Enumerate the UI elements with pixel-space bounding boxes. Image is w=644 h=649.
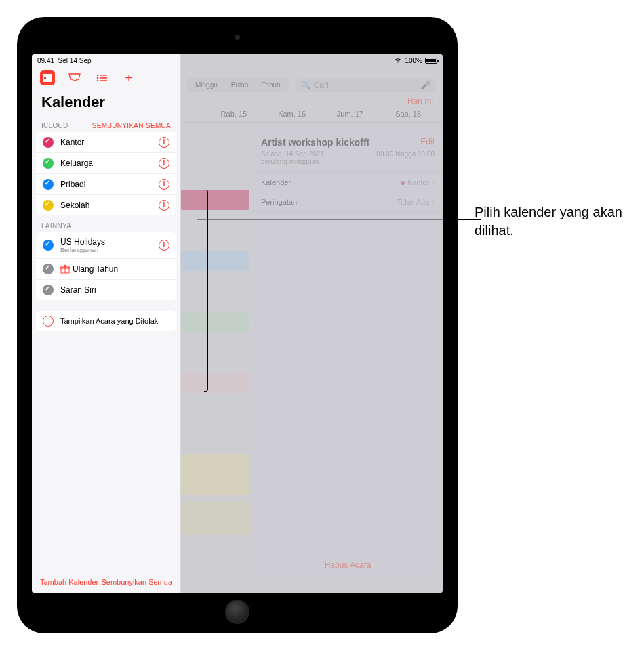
status-time-date: 09.41 Sel 14 Sep: [37, 57, 92, 64]
declined-label: Tampilkan Acara yang Ditolak: [60, 317, 169, 325]
info-icon[interactable]: i: [159, 137, 169, 148]
checkbox-icon[interactable]: [43, 179, 54, 190]
svg-rect-1: [43, 74, 52, 76]
info-icon[interactable]: i: [159, 200, 169, 211]
calendar-label: Kantor: [60, 138, 159, 147]
callout-text: Pilih kalender yang akan dilihat.: [475, 203, 630, 240]
checkbox-icon[interactable]: [43, 200, 54, 211]
battery-icon: [425, 58, 437, 64]
svg-rect-4: [100, 75, 107, 76]
checkbox-empty-icon[interactable]: [43, 316, 54, 327]
camera-dot: [235, 35, 240, 40]
info-icon[interactable]: i: [159, 158, 169, 169]
list-icon[interactable]: [94, 70, 109, 85]
checkbox-icon[interactable]: [43, 264, 54, 274]
hide-all-button[interactable]: Sembunyikan Semua: [101, 578, 172, 586]
hide-all-icloud-button[interactable]: SEMBUNYIKAN SEMUA: [92, 122, 171, 129]
inbox-icon[interactable]: [67, 70, 82, 85]
calendar-label: Keluarga: [60, 159, 159, 168]
calendar-item-sekolah[interactable]: Sekolah i: [36, 195, 176, 215]
svg-point-7: [97, 80, 99, 82]
svg-point-5: [97, 77, 99, 79]
add-calendar-button[interactable]: Tambah Kalender: [40, 578, 98, 586]
calendar-label: Saran Siri: [60, 285, 169, 295]
svg-point-3: [97, 75, 99, 77]
icloud-calendar-list: Kantor i Keluarga i Pribadi i Sekolah i: [36, 132, 176, 215]
svg-rect-2: [44, 77, 46, 79]
calendars-sidebar: + Kalender ICLOUD SEMBUNYIKAN SEMUA Kant…: [32, 54, 181, 593]
calendar-label: Sekolah: [60, 201, 159, 210]
battery-percent: 100%: [405, 57, 422, 64]
status-bar: 09.41 Sel 14 Sep 100%: [32, 54, 443, 66]
show-declined-row[interactable]: Tampilkan Acara yang Ditolak: [36, 311, 176, 331]
sidebar-title: Kalender: [32, 89, 180, 117]
other-section-header: LAINNYA: [41, 222, 71, 230]
checkbox-icon[interactable]: [43, 158, 54, 169]
calendar-item-keluarga[interactable]: Keluarga i: [36, 153, 176, 174]
icloud-section-header: ICLOUD: [41, 122, 68, 129]
calendar-item-kantor[interactable]: Kantor i: [36, 132, 176, 153]
status-date: Sel 14 Sep: [58, 57, 92, 64]
calendar-item-holidays[interactable]: US Holidays Berlangganan i: [36, 232, 176, 259]
wifi-icon: [394, 57, 402, 64]
gift-icon: [60, 264, 70, 274]
svg-rect-8: [100, 80, 107, 81]
info-icon[interactable]: i: [159, 179, 169, 190]
checkbox-icon[interactable]: [43, 240, 54, 251]
home-button[interactable]: [225, 600, 249, 624]
info-icon[interactable]: i: [159, 240, 169, 251]
ipad-frame: 09.41 Sel 14 Sep 100% Minggu Bulan: [17, 17, 458, 633]
calendar-label: US Holidays: [60, 237, 159, 247]
checkbox-icon[interactable]: [43, 285, 54, 295]
calendar-view-icon[interactable]: [40, 70, 55, 85]
status-time: 09.41: [37, 57, 54, 64]
calendar-item-birthday[interactable]: Ulang Tahun: [36, 259, 176, 280]
svg-rect-6: [100, 77, 107, 79]
screen: 09.41 Sel 14 Sep 100% Minggu Bulan: [32, 54, 443, 593]
calendar-label: Pribadi: [60, 180, 159, 189]
calendar-item-siri[interactable]: Saran Siri: [36, 280, 176, 300]
calendar-sublabel: Berlangganan: [60, 247, 159, 253]
checkbox-icon[interactable]: [43, 137, 54, 148]
calendar-label: Ulang Tahun: [73, 264, 169, 274]
annotation-bracket: [199, 190, 208, 392]
add-icon[interactable]: +: [121, 70, 136, 85]
calendar-item-pribadi[interactable]: Pribadi i: [36, 174, 176, 195]
declined-events-list: Tampilkan Acara yang Ditolak: [36, 311, 176, 331]
other-calendar-list: US Holidays Berlangganan i Ulang Tahun S…: [36, 232, 176, 300]
